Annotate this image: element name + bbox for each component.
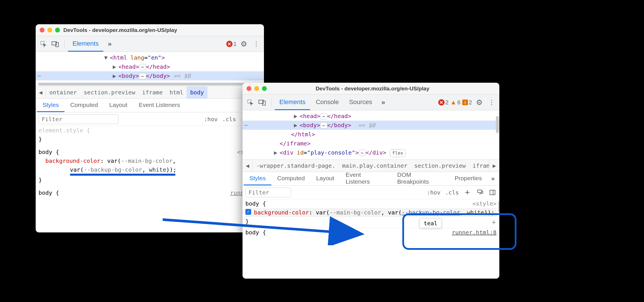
breadcrumb-right-icon[interactable]: ▶	[489, 160, 499, 172]
reveal-icon[interactable]: ⋯	[37, 71, 41, 80]
breadcrumb-item[interactable]: iframe	[469, 160, 489, 172]
tab-console[interactable]: Console	[311, 95, 344, 110]
panel-toggle-icon[interactable]	[488, 189, 496, 196]
zoom-icon[interactable]	[262, 86, 267, 91]
css-brace: }+	[245, 217, 496, 226]
css-declaration-cont[interactable]: var(--backup-bg-color, white));	[39, 165, 261, 174]
window-title: DevTools - developer.mozilla.org/en-US/p…	[63, 27, 177, 33]
dom-node[interactable]: ▶ <div id="play-console">⋯</div> flex	[243, 148, 499, 157]
subtab-dom-breakpoints[interactable]: DOM Breakpoints	[391, 172, 449, 185]
styles-filterbar: :hov .cls +	[243, 186, 499, 199]
styles-filterbar: :hov .cls +	[36, 112, 264, 126]
warning-badge[interactable]: ▲ 6	[450, 99, 461, 106]
minimize-icon[interactable]	[254, 86, 259, 91]
svg-rect-2	[56, 42, 58, 47]
v-scrollbar[interactable]	[496, 116, 499, 133]
devtools-toolbar: Elements Console Sources » ✕ 2 ▲ 6 ! 2 ⚙…	[243, 95, 499, 110]
device-toggle-icon[interactable]	[50, 38, 61, 49]
rule-source[interactable]: <style>	[473, 199, 496, 208]
tab-sources[interactable]: Sources	[344, 95, 377, 110]
gear-icon[interactable]: ⚙	[238, 38, 249, 49]
breadcrumb-item[interactable]: section.preview	[80, 86, 139, 98]
zoom-icon[interactable]	[55, 28, 60, 33]
add-rule-icon[interactable]: +	[492, 217, 496, 228]
titlebar: DevTools - developer.mozilla.org/en-US/p…	[243, 83, 499, 95]
device-toggle-icon[interactable]	[257, 97, 268, 108]
error-badge[interactable]: ✕ 2	[438, 99, 449, 106]
subtab-computed[interactable]: Computed	[64, 99, 104, 112]
svg-rect-7	[478, 190, 482, 192]
dom-node[interactable]: </html>	[243, 130, 499, 139]
error-circle-icon: ✕	[438, 99, 445, 106]
hov-toggle[interactable]: :hov	[427, 189, 441, 196]
breadcrumb-item-selected[interactable]: body	[187, 86, 207, 98]
breadcrumb-left-icon[interactable]: ◀	[36, 86, 46, 98]
css-rule[interactable]: runner.html:8 body {	[245, 228, 496, 237]
filter-input[interactable]	[39, 114, 118, 124]
subtab-layout[interactable]: Layout	[310, 172, 340, 185]
subtab-styles[interactable]: Styles	[244, 172, 271, 185]
subtab-layout[interactable]: Layout	[104, 99, 133, 112]
subtab-computed[interactable]: Computed	[271, 172, 310, 185]
inspect-icon[interactable]	[245, 97, 256, 108]
dom-node-selected[interactable]: ⋯ ▶ <body>⋯</body> == $0	[36, 71, 264, 80]
error-count: 1	[233, 41, 237, 47]
css-declaration[interactable]: background-color: var(--main-bg-color,	[39, 157, 261, 165]
kebab-icon[interactable]: ⋮	[251, 38, 262, 49]
css-brace: }	[39, 135, 261, 144]
more-tabs-icon[interactable]: »	[104, 38, 115, 49]
more-tabs-icon[interactable]: »	[378, 97, 389, 108]
breadcrumb-item[interactable]: html	[166, 86, 187, 98]
css-declaration[interactable]: ✓ background-color: var(--main-bg-color,…	[245, 208, 496, 217]
breadcrumb-left-icon[interactable]: ◀	[243, 160, 253, 172]
dom-node-selected[interactable]: ⋯ ▶ <body>⋯</body> == $0	[243, 121, 499, 130]
css-brace: }	[39, 176, 261, 185]
inspect-icon[interactable]	[38, 38, 49, 49]
breadcrumb-item[interactable]: section.preview	[411, 160, 469, 172]
cls-toggle[interactable]: .cls	[445, 189, 459, 196]
subtab-event-listeners[interactable]: Event Listeners	[340, 172, 391, 185]
breadcrumb-item[interactable]: -wrapper.standard-page.	[253, 160, 339, 172]
error-count: 2	[445, 99, 449, 106]
rule-source-link[interactable]: runner.html:8	[452, 228, 496, 237]
separator	[64, 40, 64, 48]
separator	[271, 98, 271, 107]
subtab-event-listeners[interactable]: Event Listeners	[133, 99, 186, 112]
dom-node[interactable]: ▶ <head>⋯</head>	[36, 62, 264, 71]
filter-input[interactable]	[245, 188, 291, 197]
v-scrollbar[interactable]	[498, 201, 499, 212]
breadcrumb-item[interactable]: ontainer	[46, 86, 80, 98]
close-icon[interactable]	[247, 86, 251, 91]
tab-elements[interactable]: Elements	[68, 36, 103, 52]
paint-icon[interactable]	[476, 189, 484, 196]
styles-panel: element.style { } <style> body { backgro…	[36, 126, 264, 232]
dom-node[interactable]: </iframe>	[243, 139, 499, 148]
breadcrumb-item[interactable]: iframe	[139, 86, 166, 98]
subtab-styles[interactable]: Styles	[37, 99, 64, 112]
reveal-icon[interactable]: ⋯	[244, 121, 247, 130]
gear-icon[interactable]: ⚙	[474, 97, 484, 108]
dom-node[interactable]: ▼ <html lang="en">	[36, 53, 264, 62]
hov-toggle[interactable]: :hov	[204, 116, 218, 123]
cls-toggle[interactable]: .cls	[222, 116, 236, 123]
css-rule[interactable]: <style> body {	[245, 199, 496, 208]
svg-rect-8	[490, 190, 495, 195]
plus-icon[interactable]: +	[463, 189, 471, 196]
kebab-icon[interactable]: ⋮	[486, 97, 497, 108]
more-subtabs-icon[interactable]: »	[488, 173, 498, 184]
css-rule-partial[interactable]: runner.ht body {	[39, 189, 261, 197]
breadcrumb-item[interactable]: main.play.container	[339, 160, 411, 172]
subtab-properties[interactable]: Properties	[449, 172, 488, 185]
css-var-link[interactable]: --backup-bg-color	[402, 209, 460, 216]
minimize-icon[interactable]	[47, 28, 52, 33]
css-rule[interactable]: <style> body {	[39, 148, 261, 157]
h-scrollbar[interactable]	[38, 83, 262, 86]
close-icon[interactable]	[40, 28, 45, 33]
dom-node[interactable]: ▶ <head>⋯</head>	[243, 112, 499, 121]
issue-square-icon: !	[462, 100, 468, 105]
tab-elements[interactable]: Elements	[275, 95, 310, 110]
devtools-toolbar: Elements » ✕ 1 ⚙ ⋮	[36, 36, 264, 52]
error-badge[interactable]: ✕ 1	[226, 41, 237, 47]
checkbox-icon[interactable]: ✓	[245, 209, 251, 215]
issue-badge[interactable]: ! 2	[462, 99, 472, 106]
